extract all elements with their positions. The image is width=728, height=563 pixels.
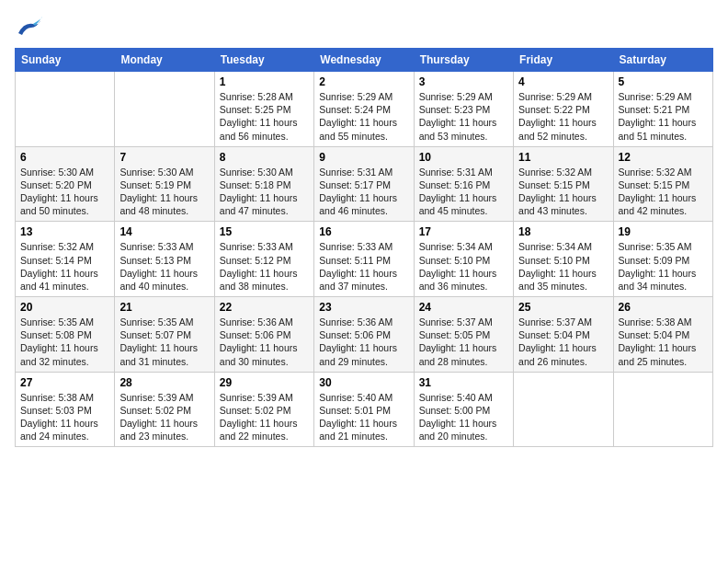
day-number: 20 (20, 301, 109, 314)
day-number: 28 (119, 376, 209, 389)
logo-bird-icon (15, 15, 44, 40)
day-number: 7 (119, 151, 209, 164)
calendar-cell: 28Sunrise: 5:39 AMSunset: 5:02 PMDayligh… (115, 372, 214, 447)
day-info: Sunrise: 5:39 AMSunset: 5:02 PMDaylight:… (220, 391, 309, 443)
calendar-cell: 24Sunrise: 5:37 AMSunset: 5:05 PMDayligh… (414, 297, 513, 373)
day-info: Sunrise: 5:39 AMSunset: 5:02 PMDaylight:… (119, 391, 209, 443)
calendar-cell: 23Sunrise: 5:36 AMSunset: 5:06 PMDayligh… (314, 297, 414, 373)
calendar-cell: 15Sunrise: 5:33 AMSunset: 5:12 PMDayligh… (214, 222, 313, 297)
day-info: Sunrise: 5:28 AMSunset: 5:25 PMDaylight:… (220, 90, 309, 143)
day-number: 9 (319, 151, 408, 164)
day-number: 17 (419, 225, 508, 238)
day-number: 30 (319, 376, 408, 389)
calendar-cell: 14Sunrise: 5:33 AMSunset: 5:13 PMDayligh… (115, 222, 214, 297)
col-tuesday: Tuesday (214, 49, 313, 72)
day-number: 15 (220, 225, 309, 238)
col-saturday: Saturday (613, 49, 712, 72)
day-info: Sunrise: 5:37 AMSunset: 5:05 PMDaylight:… (419, 316, 508, 368)
day-number: 24 (419, 301, 508, 314)
calendar-cell: 21Sunrise: 5:35 AMSunset: 5:07 PMDayligh… (115, 297, 214, 373)
day-info: Sunrise: 5:34 AMSunset: 5:10 PMDaylight:… (518, 240, 608, 293)
calendar-cell (613, 372, 712, 447)
logo (15, 15, 48, 40)
day-info: Sunrise: 5:34 AMSunset: 5:10 PMDaylight:… (419, 240, 508, 293)
calendar-cell: 11Sunrise: 5:32 AMSunset: 5:15 PMDayligh… (514, 146, 613, 222)
calendar-week-row: 20Sunrise: 5:35 AMSunset: 5:08 PMDayligh… (16, 297, 713, 373)
col-friday: Friday (514, 49, 613, 72)
day-info: Sunrise: 5:32 AMSunset: 5:14 PMDaylight:… (20, 240, 109, 293)
day-number: 13 (20, 225, 109, 238)
calendar-cell: 9Sunrise: 5:31 AMSunset: 5:17 PMDaylight… (314, 146, 414, 222)
day-info: Sunrise: 5:29 AMSunset: 5:21 PMDaylight:… (619, 90, 708, 143)
day-number: 18 (518, 225, 608, 238)
calendar-cell: 3Sunrise: 5:29 AMSunset: 5:23 PMDaylight… (414, 72, 513, 147)
col-thursday: Thursday (414, 49, 513, 72)
day-number: 21 (119, 301, 209, 314)
calendar-cell: 4Sunrise: 5:29 AMSunset: 5:22 PMDaylight… (514, 72, 613, 147)
day-number: 2 (319, 75, 408, 88)
calendar-week-row: 27Sunrise: 5:38 AMSunset: 5:03 PMDayligh… (16, 372, 713, 447)
day-info: Sunrise: 5:30 AMSunset: 5:18 PMDaylight:… (220, 166, 309, 218)
calendar-week-row: 13Sunrise: 5:32 AMSunset: 5:14 PMDayligh… (16, 222, 713, 297)
day-number: 12 (619, 151, 708, 164)
calendar-cell: 31Sunrise: 5:40 AMSunset: 5:00 PMDayligh… (414, 372, 513, 447)
day-info: Sunrise: 5:36 AMSunset: 5:06 PMDaylight:… (319, 316, 408, 368)
day-number: 25 (518, 301, 608, 314)
day-info: Sunrise: 5:30 AMSunset: 5:20 PMDaylight:… (20, 166, 109, 218)
day-number: 26 (619, 301, 708, 314)
day-number: 5 (619, 75, 708, 88)
calendar-cell: 2Sunrise: 5:29 AMSunset: 5:24 PMDaylight… (314, 72, 414, 147)
day-info: Sunrise: 5:40 AMSunset: 5:00 PMDaylight:… (419, 391, 508, 443)
day-info: Sunrise: 5:35 AMSunset: 5:07 PMDaylight:… (119, 316, 209, 368)
col-wednesday: Wednesday (314, 49, 414, 72)
calendar-cell: 6Sunrise: 5:30 AMSunset: 5:20 PMDaylight… (16, 146, 115, 222)
col-monday: Monday (115, 49, 214, 72)
calendar-cell: 29Sunrise: 5:39 AMSunset: 5:02 PMDayligh… (214, 372, 313, 447)
day-info: Sunrise: 5:32 AMSunset: 5:15 PMDaylight:… (518, 166, 608, 218)
day-info: Sunrise: 5:32 AMSunset: 5:15 PMDaylight:… (619, 166, 708, 218)
calendar-week-row: 1Sunrise: 5:28 AMSunset: 5:25 PMDaylight… (16, 72, 713, 147)
calendar-cell (16, 72, 115, 147)
day-number: 31 (419, 376, 508, 389)
day-number: 3 (419, 75, 508, 88)
col-sunday: Sunday (16, 49, 115, 72)
day-info: Sunrise: 5:29 AMSunset: 5:22 PMDaylight:… (518, 90, 608, 143)
calendar-cell: 7Sunrise: 5:30 AMSunset: 5:19 PMDaylight… (115, 146, 214, 222)
calendar-cell: 19Sunrise: 5:35 AMSunset: 5:09 PMDayligh… (613, 222, 712, 297)
calendar-cell: 20Sunrise: 5:35 AMSunset: 5:08 PMDayligh… (16, 297, 115, 373)
day-info: Sunrise: 5:29 AMSunset: 5:23 PMDaylight:… (419, 90, 508, 143)
calendar-cell: 12Sunrise: 5:32 AMSunset: 5:15 PMDayligh… (613, 146, 712, 222)
day-number: 29 (220, 376, 309, 389)
day-info: Sunrise: 5:38 AMSunset: 5:04 PMDaylight:… (619, 316, 708, 368)
calendar-table: Sunday Monday Tuesday Wednesday Thursday… (15, 48, 713, 447)
day-info: Sunrise: 5:30 AMSunset: 5:19 PMDaylight:… (119, 166, 209, 218)
day-info: Sunrise: 5:35 AMSunset: 5:08 PMDaylight:… (20, 316, 109, 368)
day-number: 11 (518, 151, 608, 164)
calendar-cell: 10Sunrise: 5:31 AMSunset: 5:16 PMDayligh… (414, 146, 513, 222)
calendar-cell: 13Sunrise: 5:32 AMSunset: 5:14 PMDayligh… (16, 222, 115, 297)
day-info: Sunrise: 5:33 AMSunset: 5:11 PMDaylight:… (319, 240, 408, 293)
day-number: 4 (518, 75, 608, 88)
calendar-week-row: 6Sunrise: 5:30 AMSunset: 5:20 PMDaylight… (16, 146, 713, 222)
calendar-cell (115, 72, 214, 147)
day-number: 16 (319, 225, 408, 238)
day-info: Sunrise: 5:33 AMSunset: 5:13 PMDaylight:… (119, 240, 209, 293)
day-info: Sunrise: 5:35 AMSunset: 5:09 PMDaylight:… (619, 240, 708, 293)
day-number: 1 (220, 75, 309, 88)
day-info: Sunrise: 5:40 AMSunset: 5:01 PMDaylight:… (319, 391, 408, 443)
calendar-cell: 1Sunrise: 5:28 AMSunset: 5:25 PMDaylight… (214, 72, 313, 147)
day-number: 22 (220, 301, 309, 314)
calendar-cell: 27Sunrise: 5:38 AMSunset: 5:03 PMDayligh… (16, 372, 115, 447)
calendar-header-row: Sunday Monday Tuesday Wednesday Thursday… (16, 49, 713, 72)
calendar-cell: 5Sunrise: 5:29 AMSunset: 5:21 PMDaylight… (613, 72, 712, 147)
day-number: 10 (419, 151, 508, 164)
day-number: 27 (20, 376, 109, 389)
calendar-cell (514, 372, 613, 447)
calendar-cell: 18Sunrise: 5:34 AMSunset: 5:10 PMDayligh… (514, 222, 613, 297)
day-number: 8 (220, 151, 309, 164)
day-number: 23 (319, 301, 408, 314)
calendar-cell: 22Sunrise: 5:36 AMSunset: 5:06 PMDayligh… (214, 297, 313, 373)
calendar-cell: 16Sunrise: 5:33 AMSunset: 5:11 PMDayligh… (314, 222, 414, 297)
calendar-cell: 17Sunrise: 5:34 AMSunset: 5:10 PMDayligh… (414, 222, 513, 297)
calendar-cell: 26Sunrise: 5:38 AMSunset: 5:04 PMDayligh… (613, 297, 712, 373)
